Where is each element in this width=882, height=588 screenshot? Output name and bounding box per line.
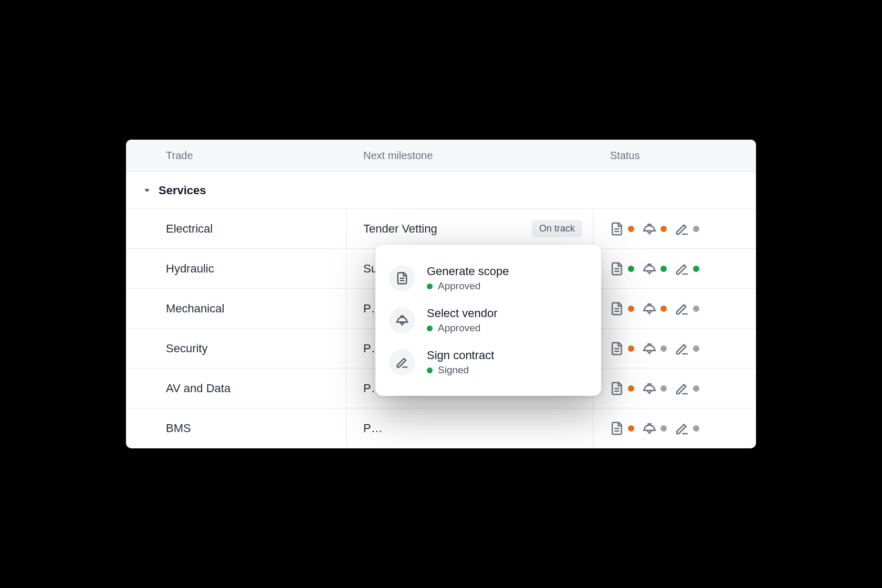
- document-icon: [389, 265, 415, 291]
- milestone-text: Tender Vetting: [363, 222, 437, 236]
- pen-icon: [674, 421, 690, 436]
- pen-icon: [674, 301, 690, 317]
- trade-name: Electrical: [166, 222, 213, 236]
- status-vendor[interactable]: [642, 261, 667, 277]
- popover-item-title: Select vendor: [427, 307, 498, 320]
- popover-item[interactable]: Select vendorApproved: [389, 299, 587, 341]
- pen-icon: [674, 341, 690, 356]
- hardhat-icon: [642, 341, 657, 356]
- status-scope[interactable]: [609, 421, 634, 436]
- group-row-services[interactable]: Services: [126, 172, 756, 209]
- popover-item-title: Generate scope: [427, 265, 509, 278]
- popover-item-title: Sign contract: [427, 349, 494, 362]
- status-dot: [660, 266, 667, 272]
- table-row[interactable]: ElectricalTender VettingOn track: [126, 209, 756, 249]
- status-vendor[interactable]: [642, 421, 667, 436]
- status-dot: [693, 226, 699, 232]
- status-dot: [628, 385, 634, 392]
- status-dot: [693, 425, 699, 432]
- pen-icon: [389, 349, 415, 375]
- status-scope[interactable]: [609, 341, 634, 356]
- document-icon: [609, 261, 625, 277]
- trade-name: Security: [166, 342, 207, 355]
- trade-name: BMS: [166, 422, 191, 435]
- status-sign[interactable]: [674, 301, 699, 317]
- trade-name: AV and Data: [166, 382, 230, 395]
- hardhat-icon: [642, 221, 657, 237]
- status-dot: [660, 226, 667, 232]
- pen-icon: [674, 381, 690, 396]
- trade-name: Mechanical: [166, 302, 224, 316]
- hardhat-icon: [642, 261, 657, 277]
- status-dot: [427, 284, 433, 289]
- status-dot: [693, 345, 699, 352]
- status-dot: [628, 266, 634, 272]
- milestone-text: P…: [363, 422, 383, 435]
- status-dot: [693, 306, 699, 312]
- status-scope[interactable]: [609, 381, 634, 396]
- hardhat-icon: [642, 301, 657, 317]
- popover-item[interactable]: Sign contractSigned: [389, 341, 587, 383]
- document-icon: [609, 421, 625, 436]
- popover-item-status: Approved: [427, 280, 509, 292]
- popover-item-status: Approved: [427, 322, 498, 334]
- trade-name: Hydraulic: [166, 262, 214, 276]
- group-name: Services: [159, 184, 206, 197]
- document-icon: [609, 381, 625, 396]
- status-sign[interactable]: [674, 421, 699, 436]
- document-icon: [609, 301, 625, 317]
- status-scope[interactable]: [609, 221, 634, 237]
- status-dot: [660, 385, 667, 392]
- status-scope[interactable]: [609, 301, 634, 317]
- hardhat-icon: [389, 307, 415, 333]
- status-dot: [660, 425, 667, 432]
- hardhat-icon: [642, 381, 657, 396]
- status-dot: [628, 226, 634, 232]
- popover-item-status: Signed: [427, 364, 494, 376]
- status-sign[interactable]: [674, 341, 699, 356]
- caret-down-icon: [144, 187, 150, 194]
- status-dot: [693, 266, 699, 272]
- status-sign[interactable]: [674, 381, 699, 396]
- table-row[interactable]: BMSP…: [126, 408, 756, 448]
- status-dot: [693, 385, 699, 392]
- status-dot: [628, 306, 634, 312]
- popover-item[interactable]: Generate scopeApproved: [389, 257, 587, 299]
- status-sign[interactable]: [674, 221, 699, 237]
- table-header: Trade Next milestone Status: [126, 140, 756, 172]
- status-scope[interactable]: [609, 261, 634, 277]
- status-popover: Generate scopeApprovedSelect vendorAppro…: [375, 245, 601, 396]
- column-header-milestone: Next milestone: [363, 150, 433, 162]
- status-dot: [660, 345, 667, 352]
- trades-panel: Trade Next milestone Status Services Ele…: [126, 140, 756, 448]
- milestone-badge: On track: [532, 220, 582, 237]
- column-header-trade: Trade: [166, 150, 193, 162]
- hardhat-icon: [642, 421, 657, 436]
- status-dot: [660, 306, 667, 312]
- status-dot: [427, 326, 433, 331]
- column-header-status: Status: [610, 150, 640, 162]
- status-vendor[interactable]: [642, 301, 667, 317]
- document-icon: [609, 341, 625, 356]
- status-dot: [628, 345, 634, 352]
- status-dot: [427, 368, 433, 373]
- document-icon: [609, 221, 625, 237]
- status-vendor[interactable]: [642, 381, 667, 396]
- status-vendor[interactable]: [642, 341, 667, 356]
- status-dot: [628, 425, 634, 432]
- status-vendor[interactable]: [642, 221, 667, 237]
- status-sign[interactable]: [674, 261, 699, 277]
- pen-icon: [674, 221, 690, 237]
- pen-icon: [674, 261, 690, 277]
